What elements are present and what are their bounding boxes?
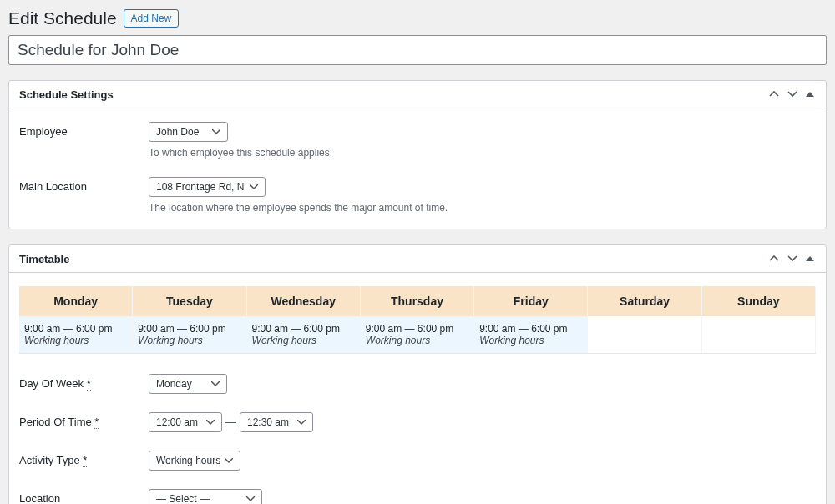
add-new-button[interactable]: Add New [124,9,180,28]
cell-activity: Working hours [138,335,240,346]
timetable-cell[interactable]: 9:00 am — 6:00 pm Working hours [133,316,246,353]
day-header: Friday [474,286,588,316]
day-header: Thursday [361,286,474,316]
cell-activity: Working hours [479,335,582,346]
day-header: Monday [19,286,133,316]
period-to-select[interactable]: 12:30 am [240,412,313,432]
timetable-cell[interactable]: 9:00 am — 6:00 pm Working hours [361,316,474,353]
main-location-help: The location where the employee spends t… [149,202,816,214]
timetable-panel: Timetable Monday Tuesday Wednesday Thurs… [8,244,827,504]
timetable-cell[interactable]: 9:00 am — 6:00 pm Working hours [19,316,133,353]
timetable-grid: Monday Tuesday Wednesday Thursday Friday… [19,286,816,354]
cell-hours: 9:00 am — 6:00 pm [138,323,240,335]
cell-hours: 9:00 am — 6:00 pm [479,323,582,335]
location-select[interactable]: — Select — [149,489,262,504]
period-dash: — [225,416,236,428]
cell-activity: Working hours [366,335,468,346]
period-of-time-label: Period Of Time * [19,412,149,428]
cell-activity: Working hours [252,335,355,346]
timetable-cell[interactable]: 9:00 am — 6:00 pm Working hours [247,316,361,353]
period-from-select[interactable]: 12:00 am [149,412,222,432]
day-of-week-select[interactable]: Monday [149,374,227,394]
employee-select[interactable]: John Doe [149,122,228,142]
panel-down-icon[interactable] [786,252,799,265]
day-of-week-label: Day Of Week * [19,374,149,390]
timetable-cell-empty[interactable] [588,316,701,353]
timetable-cell-empty[interactable] [702,316,816,353]
page-title: Edit Schedule [8,8,117,28]
panel-toggle-icon[interactable] [804,88,816,101]
day-header: Wednesday [247,286,361,316]
panel-up-icon[interactable] [767,252,781,265]
cell-hours: 9:00 am — 6:00 pm [24,323,127,335]
activity-type-label: Activity Type * [19,451,149,466]
day-header: Sunday [702,286,816,316]
activity-type-select[interactable]: Working hours [149,451,240,471]
schedule-title-input[interactable] [8,35,827,65]
day-header: Tuesday [133,286,246,316]
cell-activity: Working hours [24,335,127,346]
panel-toggle-icon[interactable] [804,252,816,265]
panel-up-icon[interactable] [767,88,781,101]
location-label: Location [19,489,149,504]
cell-hours: 9:00 am — 6:00 pm [252,323,355,335]
main-location-label: Main Location [19,177,149,193]
panel-down-icon[interactable] [786,88,799,101]
day-header: Saturday [588,286,701,316]
schedule-settings-panel: Schedule Settings Employee John Doe To w… [8,80,827,229]
main-location-select[interactable]: 108 Frontage Rd, NY [149,177,266,197]
panel-heading-timetable: Timetable [19,253,69,265]
employee-help: To which employee this schedule applies. [149,147,816,159]
cell-hours: 9:00 am — 6:00 pm [366,323,468,335]
panel-heading-settings: Schedule Settings [19,88,114,101]
employee-label: Employee [19,122,149,138]
timetable-cell[interactable]: 9:00 am — 6:00 pm Working hours [474,316,588,353]
